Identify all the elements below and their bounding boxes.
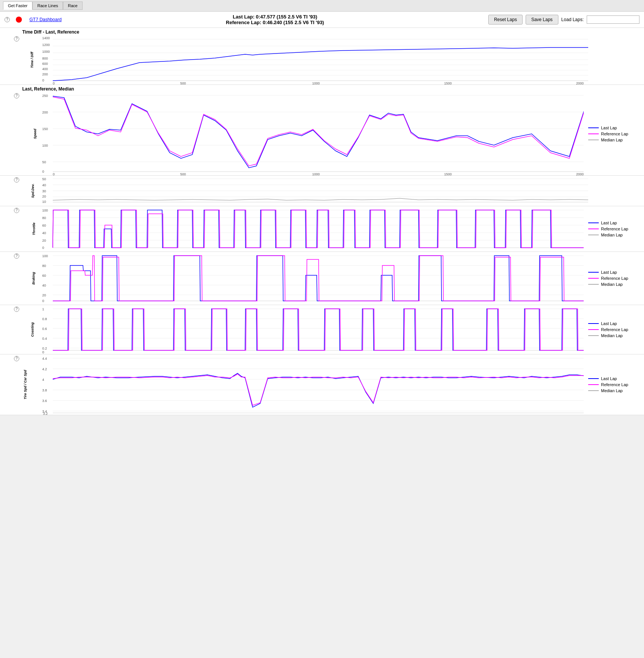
throttle-svg: 100 80 60 40 20 0 [41,206,584,252]
tab-race[interactable]: Race [63,2,83,10]
throttle-y-label: Throttle [32,222,35,235]
coasting-chart: ? Coasting 1 0.8 0.6 0.4 0.2 [0,305,644,354]
svg-text:150: 150 [42,127,48,131]
dashboard-link[interactable]: GT7 Dashboard [29,17,61,22]
svg-text:400: 400 [42,67,48,71]
throttle-help[interactable]: ? [14,208,19,213]
svg-text:2000: 2000 [576,81,584,84]
svg-text:1500: 1500 [444,172,452,175]
svg-text:0: 0 [53,81,55,84]
time-diff-svg: 1400 1200 1000 800 600 400 200 0 [41,35,644,84]
tire-spd-median-label: Median Lap [601,388,623,393]
svg-text:200: 200 [42,72,48,76]
speed-svg: 250 200 150 100 50 0 0 500 1000 [41,92,584,175]
legend-last-lap: Last Lap [588,126,639,130]
svg-text:4.2: 4.2 [42,367,47,371]
time-diff-help[interactable]: ? [14,36,19,41]
header: ? GT7 Dashboard Last Lap: 0:47.577 (155 … [0,12,644,28]
svg-text:0.2: 0.2 [42,347,47,350]
coasting-help[interactable]: ? [14,307,19,312]
throttle-legend-last: Last Lap [588,221,639,225]
tire-spd-svg: 4.4 4.2 4 3.8 3.6 3.4 3.2 [41,354,584,415]
throttle-legend-median: Median Lap [588,233,639,237]
svg-text:50: 50 [42,177,46,181]
svg-text:2000: 2000 [576,172,584,175]
status-dot [16,17,22,23]
legend-median-lap: Median Lap [588,138,639,142]
tab-get-faster[interactable]: Get Faster [3,2,32,10]
top-bar: Get Faster Race Lines Race [0,0,644,12]
last-lap-legend-label: Last Lap [601,126,617,130]
time-diff-title: Time Diff - Last, Reference [21,28,644,35]
coasting-last-label: Last Lap [601,321,617,326]
svg-text:0.8: 0.8 [42,317,47,321]
throttle-legend-ref: Reference Lap [588,227,639,231]
time-diff-y-label: Time / Diff [30,52,34,68]
reference-lap-legend-label: Reference Lap [601,132,628,136]
svg-text:800: 800 [42,57,48,60]
coasting-median-label: Median Lap [601,333,623,338]
svg-text:0: 0 [42,170,44,173]
tire-spd-ref-label: Reference Lap [601,382,628,387]
tire-spd-legend-ref: Reference Lap [588,382,639,387]
svg-text:250: 250 [42,94,48,98]
svg-text:20: 20 [42,195,46,198]
svg-text:1000: 1000 [42,50,50,54]
spd-dev-y-label: Spd.Dev. [31,184,35,198]
speed-help[interactable]: ? [14,93,19,98]
svg-text:30: 30 [42,189,46,193]
coasting-legend: Last Lap Reference Lap Median Lap [584,318,644,341]
time-diff-chart: ? Time Diff - Last, Reference Time / Dif… [0,28,644,85]
braking-help[interactable]: ? [14,253,19,259]
braking-svg: 100 80 60 40 20 0 [41,252,584,305]
svg-text:500: 500 [180,172,186,175]
speed-legend: Last Lap Reference Lap Median Lap [584,123,644,145]
svg-text:0.6: 0.6 [42,327,47,331]
throttle-last-label: Last Lap [601,221,617,225]
svg-text:40: 40 [42,284,46,287]
braking-legend-median: Median Lap [588,282,639,287]
svg-text:50: 50 [42,160,46,164]
svg-text:40: 40 [42,231,46,235]
coasting-svg: 1 0.8 0.6 0.4 0.2 0 [41,305,584,354]
svg-text:200: 200 [42,110,48,114]
last-lap-legend-line [588,127,599,128]
load-laps-input[interactable] [587,15,639,24]
svg-text:3.8: 3.8 [42,388,47,392]
coasting-ref-label: Reference Lap [601,327,628,332]
svg-text:40: 40 [42,183,46,187]
svg-text:80: 80 [42,264,46,268]
braking-last-label: Last Lap [601,270,617,275]
tire-spd-help[interactable]: ? [14,356,19,361]
header-buttons: Reset Laps Save Laps Load Laps: [488,15,639,25]
braking-chart: ? Braking 100 80 60 40 20 [0,252,644,305]
svg-text:1500: 1500 [444,81,452,84]
svg-text:0.4: 0.4 [42,337,47,341]
spd-dev-chart: ? Spd.Dev. 50 40 30 20 10 [0,176,644,206]
reference-lap-info: Reference Lap: 0:46.240 (155 2.5 V6 TI '… [67,20,482,25]
braking-ref-label: Reference Lap [601,276,628,281]
braking-y-label: Braking [32,272,35,285]
tab-race-lines[interactable]: Race Lines [32,2,63,10]
lap-info: Last Lap: 0:47.577 (155 2.5 V6 TI '93) R… [67,14,482,25]
svg-text:600: 600 [42,62,48,66]
svg-text:0: 0 [42,78,44,82]
coasting-legend-last: Last Lap [588,321,639,326]
throttle-chart: ? Throttle 100 80 60 40 2 [0,206,644,252]
svg-text:3.2: 3.2 [43,412,48,415]
svg-text:3.6: 3.6 [42,399,47,403]
tire-spd-last-label: Last Lap [601,376,617,381]
reset-laps-button[interactable]: Reset Laps [488,15,523,25]
save-laps-button[interactable]: Save Laps [526,15,558,25]
svg-text:4: 4 [42,378,44,382]
spd-dev-help[interactable]: ? [14,177,19,183]
braking-legend: Last Lap Reference Lap Median Lap [584,267,644,290]
svg-text:1400: 1400 [42,36,50,40]
svg-text:10: 10 [42,200,46,204]
svg-text:80: 80 [42,216,46,220]
speed-y-label: Speed [33,129,37,139]
svg-text:100: 100 [42,254,48,258]
help-icon[interactable]: ? [5,17,10,22]
coasting-legend-median: Median Lap [588,333,639,338]
svg-text:100: 100 [42,209,48,212]
